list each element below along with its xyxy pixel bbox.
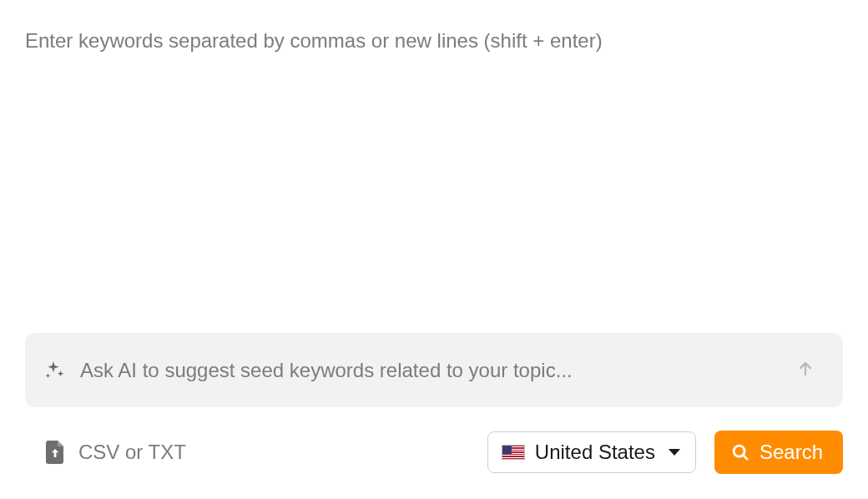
arrow-up-icon — [796, 360, 815, 381]
keywords-textarea[interactable] — [25, 27, 843, 316]
sparkle-icon — [43, 360, 65, 381]
upload-file-button[interactable]: CSV or TXT — [25, 441, 186, 464]
search-icon — [731, 443, 749, 461]
country-selected-label: United States — [535, 441, 655, 464]
svg-line-2 — [743, 455, 747, 459]
search-button-label: Search — [760, 441, 823, 464]
ai-suggest-input[interactable] — [80, 359, 778, 382]
country-select[interactable]: United States — [487, 431, 696, 473]
ai-suggest-bar — [25, 333, 843, 407]
flag-us-icon — [502, 445, 525, 460]
ai-send-button[interactable] — [793, 356, 818, 384]
bottom-toolbar: CSV or TXT United States Search — [25, 431, 843, 474]
upload-label: CSV or TXT — [78, 441, 186, 464]
search-button[interactable]: Search — [714, 431, 843, 474]
chevron-down-icon — [669, 449, 680, 456]
file-upload-icon — [45, 441, 65, 464]
